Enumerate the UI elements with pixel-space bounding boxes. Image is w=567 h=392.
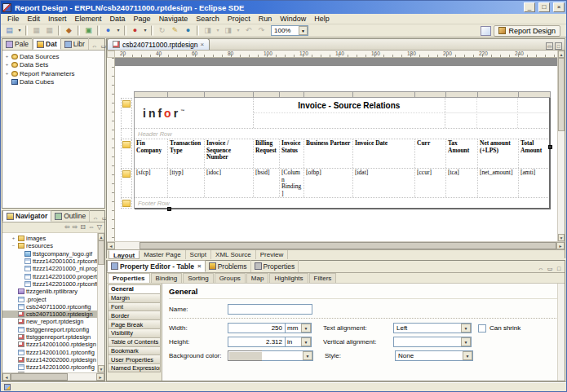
- name-field[interactable]: [228, 304, 312, 315]
- scroll-down-icon[interactable]: ▼: [558, 234, 565, 241]
- property-category[interactable]: User Properties: [108, 355, 161, 363]
- column-handle[interactable]: [415, 91, 446, 98]
- tree-item[interactable]: ttzzz142201000.propertie: [2, 272, 97, 280]
- property-category[interactable]: Table of Contents: [108, 337, 161, 346]
- editor-mode-tab[interactable]: Master Page: [140, 250, 185, 259]
- save-icon[interactable]: ▦: [30, 25, 42, 37]
- dropdown-arrow-icon[interactable]: ▼: [303, 351, 312, 360]
- zoom-dropdown-arrow-icon[interactable]: ▼: [299, 26, 308, 35]
- column-header-cell[interactable]: Invoice Status: [280, 139, 304, 168]
- maximize-button[interactable]: □: [538, 2, 550, 12]
- panel-tab[interactable]: Libr: [61, 38, 89, 50]
- vertical-alignment-combo[interactable]: ▼: [393, 337, 472, 347]
- column-header-cell[interactable]: Transaction Type: [168, 139, 205, 168]
- style-combo[interactable]: None▼: [395, 350, 473, 361]
- menu-item[interactable]: Navigate: [155, 15, 193, 23]
- data-binding-cell[interactable]: [sfcp]: [135, 169, 168, 197]
- tree-item[interactable]: csb240711000.rptconfig: [2, 303, 97, 311]
- tree-item[interactable]: ttstggenreport.rptdesign: [2, 333, 97, 341]
- property-sub-tab[interactable]: Groups: [215, 273, 246, 283]
- canvas-horizontal-scrollbar[interactable]: ◄ ►: [107, 241, 565, 249]
- menu-item[interactable]: Edit: [24, 15, 45, 23]
- link-with-editor-icon[interactable]: ⇔: [88, 224, 95, 231]
- toolbar-icon[interactable]: [25, 25, 28, 36]
- column-header-cell[interactable]: Invoice / Sequence Number: [205, 139, 254, 168]
- publish-library-icon[interactable]: ◆: [63, 25, 75, 37]
- column-handle[interactable]: [168, 91, 205, 98]
- open-perspective-icon[interactable]: [481, 26, 491, 36]
- column-header-cell[interactable]: Invoice Date: [353, 139, 415, 168]
- empty-cell[interactable]: [477, 98, 518, 128]
- tree-item[interactable]: .project: [2, 295, 97, 302]
- tree-item[interactable]: ttzzz142201000.rptconfig: [2, 280, 97, 288]
- maximize-view-icon[interactable]: □: [555, 266, 563, 272]
- tree-item[interactable]: ttzzz142201000_nl.prope: [2, 265, 97, 272]
- column-handle[interactable]: [205, 91, 254, 98]
- menu-item[interactable]: Element: [71, 15, 106, 23]
- menu-item[interactable]: Project: [224, 15, 255, 23]
- data-binding-cell[interactable]: [net_amount]: [478, 169, 519, 197]
- scroll-right-icon[interactable]: ►: [556, 242, 565, 249]
- view-menu-icon[interactable]: ⇔: [537, 266, 545, 272]
- menu-item[interactable]: Page: [130, 15, 155, 23]
- row-handle[interactable]: [121, 139, 132, 169]
- data-binding-cell[interactable]: [idat]: [353, 169, 415, 197]
- data-binding-cell[interactable]: [tca]: [446, 169, 478, 197]
- tree-item[interactable]: ttzzz142201000.rptconfig: [2, 363, 97, 371]
- disabled-dropdown-arrow-icon[interactable]: ▾: [235, 25, 241, 37]
- panel-tab[interactable]: Property Editor - Table×: [107, 260, 206, 272]
- tree-item[interactable]: + Data Sources: [2, 52, 104, 61]
- toolbar-icon[interactable]: [197, 25, 199, 36]
- toolbar-icon[interactable]: [78, 25, 80, 36]
- logo-cell[interactable]: infor™: [135, 98, 254, 128]
- maximize-editor-icon[interactable]: □: [555, 42, 562, 50]
- redo-icon[interactable]: ↷: [255, 25, 268, 37]
- panel-tab[interactable]: Problems×: [206, 260, 251, 272]
- data-binding-cell[interactable]: [Column Binding]: [280, 169, 304, 197]
- column-header-cell[interactable]: Fin Company: [135, 139, 168, 168]
- column-header-cell[interactable]: Business Partner: [304, 139, 353, 168]
- column-header-cell[interactable]: Billing Request: [254, 139, 280, 168]
- expand-toggle-icon[interactable]: −: [11, 243, 16, 249]
- preview-web-icon[interactable]: ●: [102, 25, 114, 37]
- panel-tab[interactable]: Properties×: [251, 260, 299, 272]
- text-alignment-combo[interactable]: Left▼: [393, 323, 472, 333]
- property-sub-tab[interactable]: Highlights: [269, 273, 308, 283]
- scroll-up-icon[interactable]: ▲: [98, 233, 104, 240]
- tree-item[interactable]: ttstgcompany_logo.gif: [2, 250, 97, 258]
- selection-handle[interactable]: [548, 145, 552, 149]
- preview-dropdown-arrow-icon[interactable]: ▾: [115, 25, 122, 37]
- property-sub-tab[interactable]: Binding: [151, 273, 183, 283]
- save-all-icon[interactable]: ▦: [43, 25, 55, 37]
- scroll-left-icon[interactable]: ◄: [2, 373, 11, 381]
- header-row-marker[interactable]: Header Row: [135, 129, 550, 139]
- editor-mode-tab[interactable]: Layout: [109, 250, 140, 259]
- column-header-cell[interactable]: Total Amount: [519, 139, 551, 168]
- row-handle[interactable]: [121, 198, 132, 209]
- navigator-vertical-scrollbar[interactable]: ▲ ▼: [97, 233, 104, 372]
- panel-tab[interactable]: Pale: [2, 38, 33, 50]
- column-header-cell[interactable]: Tax Amount: [446, 139, 478, 168]
- dropdown-arrow-icon[interactable]: ▼: [461, 337, 471, 346]
- column-handle[interactable]: [446, 91, 478, 98]
- column-handle[interactable]: [478, 91, 519, 98]
- undo-icon[interactable]: ↶: [242, 25, 255, 37]
- disabled-tool-icon[interactable]: ◨: [222, 25, 234, 37]
- back-arrow-icon[interactable]: ⇦: [64, 224, 70, 231]
- canvas-vertical-scrollbar[interactable]: ▲ ▼: [557, 51, 565, 241]
- tree-item[interactable]: ttzzz142001001.rptconfig: [2, 258, 97, 265]
- editor-mode-tab[interactable]: Preview: [256, 250, 288, 259]
- property-form-scrollbar[interactable]: [557, 284, 565, 381]
- background-color-combo[interactable]: ▼: [303, 350, 313, 361]
- height-field[interactable]: [228, 337, 285, 347]
- tree-item[interactable]: + Data Sets: [2, 61, 104, 70]
- new-report-icon[interactable]: ▤: [3, 25, 16, 37]
- zoom-combo[interactable]: 100% ▼: [271, 25, 308, 36]
- column-handle[interactable]: [304, 91, 353, 98]
- panel-tab[interactable]: Dat: [33, 38, 61, 50]
- data-binding-cell[interactable]: [ttyp]: [168, 169, 205, 197]
- tree-item[interactable]: csb240711000.rptdesign: [2, 311, 97, 318]
- scrollbar-thumb[interactable]: [98, 240, 104, 265]
- collapse-all-icon[interactable]: ⊟: [80, 224, 86, 231]
- menu-item[interactable]: Insert: [44, 15, 71, 23]
